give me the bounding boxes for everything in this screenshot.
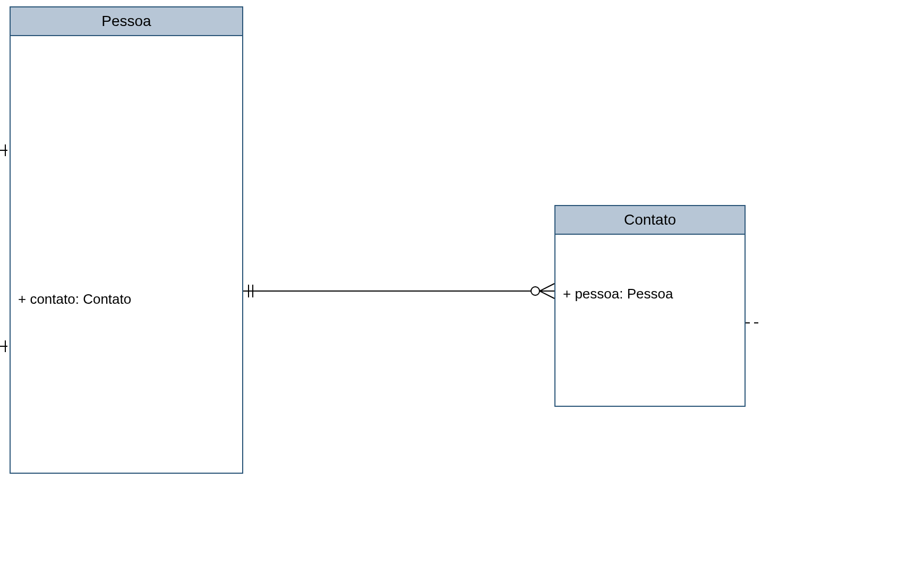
- entity-contato-body: + pessoa: Pessoa: [555, 235, 745, 407]
- entity-pessoa-title: Pessoa: [11, 7, 242, 36]
- entity-contato[interactable]: Contato + pessoa: Pessoa: [554, 205, 746, 407]
- svg-point-3: [531, 287, 540, 295]
- entity-pessoa[interactable]: Pessoa + contato: Contato: [10, 6, 243, 474]
- attribute-pessoa-contato: + contato: Contato: [18, 291, 131, 307]
- svg-line-6: [540, 291, 554, 298]
- attribute-contato-pessoa: + pessoa: Pessoa: [563, 286, 673, 302]
- svg-line-4: [540, 284, 554, 291]
- entity-contato-title: Contato: [555, 206, 745, 235]
- entity-pessoa-body: + contato: Contato: [11, 36, 242, 474]
